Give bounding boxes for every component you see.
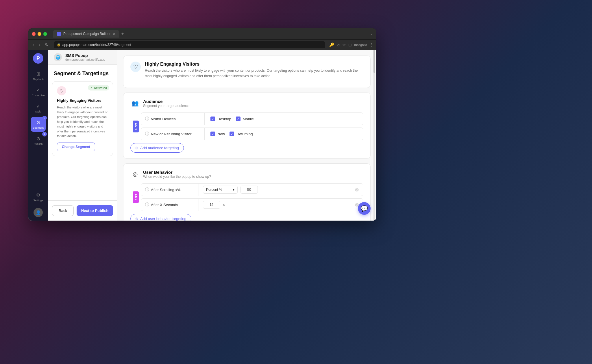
- remove-scroll-button[interactable]: ⊗: [351, 186, 363, 193]
- new-visitor-option[interactable]: ✓ New: [210, 132, 225, 136]
- browser-titlebar: Popupsmart Campaign Builder ✕ + ⌄: [28, 28, 376, 39]
- visitor-type-row: ⓘ New or Returning Visitor ✓ New: [141, 128, 363, 140]
- style-check-icon: ✓: [36, 104, 40, 109]
- sidebar-item-customize[interactable]: ✓ Customize: [31, 84, 46, 99]
- info-icon-scroll: ⓘ: [145, 187, 149, 192]
- url-display: app.popupsmart.com/builder/32749/segment: [62, 43, 131, 47]
- change-segment-button[interactable]: Change Segment: [57, 143, 95, 151]
- sidebar-item-publish[interactable]: ⊙ Publish 4: [31, 133, 46, 148]
- traffic-lights: [32, 32, 47, 36]
- info-card-content: Highly Engaging Visitors Reach the visit…: [145, 62, 363, 79]
- seconds-unit: s: [223, 203, 225, 207]
- minimize-button[interactable]: [38, 32, 41, 36]
- panel-actions: Back Next to Publish: [48, 200, 117, 221]
- any-label-column: ANY: [130, 183, 141, 211]
- password-icon: 🔑: [329, 43, 334, 47]
- chat-fab-button[interactable]: 💬: [358, 202, 371, 215]
- desktop-checkbox[interactable]: ✓: [210, 117, 215, 121]
- check-circle-icon: ✓: [90, 86, 93, 90]
- sidebar-item-settings[interactable]: ⚙ Settings: [31, 189, 46, 204]
- fullscreen-button[interactable]: [43, 32, 47, 36]
- plus-circle-icon-behavior: ⊕: [135, 217, 138, 221]
- grid-icon: ⊞: [36, 71, 40, 77]
- segment-card-title: Highly Engaging Visitors: [57, 98, 108, 103]
- visitor-devices-options: ✓ Desktop ✓ Mobile: [205, 113, 363, 125]
- tab-close-button[interactable]: ✕: [113, 32, 115, 36]
- reader-icon: ⊡: [348, 43, 352, 47]
- scrolling-value: Percent % ▾: [199, 186, 351, 194]
- info-card-header: ♡ Highly Engaging Visitors Reach the vis…: [130, 62, 363, 79]
- behavior-icon: ◎: [130, 169, 140, 179]
- panel-title: Segment & Targetings: [48, 65, 117, 81]
- reload-button[interactable]: ↻: [44, 41, 50, 48]
- mobile-option[interactable]: ✓ Mobile: [236, 117, 254, 121]
- sidebar-item-segment[interactable]: ⊙ Segment 3: [31, 117, 46, 132]
- audience-section-header: 👥 Audience Segment your target audience: [130, 99, 363, 108]
- back-button[interactable]: Back: [52, 205, 74, 216]
- close-button[interactable]: [32, 32, 36, 36]
- info-icon-devices: ⓘ: [145, 116, 149, 121]
- behavior-section-header: ◎ User Behavior When would you like the …: [130, 169, 363, 179]
- main-area: 🌐 SMS Popup demopopupsmart.netlify.app S…: [48, 50, 376, 221]
- step-badge-publish: 4: [42, 132, 47, 136]
- desktop-option[interactable]: ✓ Desktop: [210, 117, 231, 121]
- segment-card-desc: Reach the visitors who are most likely t…: [57, 105, 108, 138]
- returning-visitor-option[interactable]: ✓ Returning: [230, 132, 253, 136]
- returning-visitor-checkbox[interactable]: ✓: [230, 132, 234, 136]
- chat-icon: 💬: [361, 205, 368, 212]
- audience-rows: AND ⓘ Visitor Devices: [130, 112, 363, 140]
- site-info: SMS Popup demopopupsmart.netlify.app: [65, 53, 105, 61]
- mobile-checkbox[interactable]: ✓: [236, 117, 240, 121]
- seconds-value: s: [199, 201, 351, 209]
- behavior-rows-col: ⓘ After Scrolling x% Percent % ▾: [141, 183, 363, 211]
- percent-dropdown[interactable]: Percent % ▾: [203, 186, 238, 194]
- browser-tab[interactable]: Popupsmart Campaign Builder ✕: [53, 30, 119, 38]
- sidebar-label-playbook: Playbook: [32, 77, 44, 81]
- visitor-devices-row: ⓘ Visitor Devices ✓ Desktop ✓: [141, 112, 363, 125]
- visitor-devices-label: ⓘ Visitor Devices: [141, 113, 205, 125]
- sidebar-item-style[interactable]: ✓ Style: [31, 101, 46, 116]
- right-panel: ♡ Highly Engaging Visitors Reach the vis…: [117, 50, 376, 221]
- sidebar-label-settings: Settings: [33, 199, 43, 202]
- sidebar-item-playbook[interactable]: ⊞ Playbook: [31, 68, 46, 83]
- site-topbar: 🌐 SMS Popup demopopupsmart.netlify.app: [48, 50, 117, 65]
- app-logo[interactable]: P: [33, 53, 43, 64]
- scrollbar-track[interactable]: [373, 50, 375, 221]
- info-icon-seconds: ⓘ: [145, 202, 149, 207]
- site-globe-icon: 🌐: [54, 53, 62, 61]
- next-to-publish-button[interactable]: Next to Publish: [77, 205, 113, 216]
- toolbar-actions: 🔑 ⊘ ☆ ⊡ Incognito ⋮: [329, 43, 373, 47]
- audience-rows-col: ⓘ Visitor Devices ✓ Desktop ✓: [141, 112, 363, 140]
- add-behavior-targeting-button[interactable]: ⊕ Add user behavior targeting: [130, 214, 191, 221]
- extension-icon: ⊘: [336, 43, 340, 47]
- behavior-rows: ANY ⓘ After Scrolling x%: [130, 183, 363, 211]
- app-content: P ⊞ Playbook ✓ Customize ✓ Style ⊙ Segme…: [28, 50, 376, 221]
- chevron-down-icon: ▾: [233, 188, 234, 192]
- step-badge-segment: 3: [42, 116, 47, 120]
- browser-window: Popupsmart Campaign Builder ✕ + ⌄ ‹ › ↻ …: [28, 28, 376, 221]
- audience-subtitle: Segment your target audience: [143, 104, 190, 108]
- scrolling-label: ⓘ After Scrolling x%: [141, 184, 199, 196]
- back-nav-button[interactable]: ‹: [31, 42, 35, 48]
- check-icon: ✓: [36, 87, 40, 93]
- forward-nav-button[interactable]: ›: [37, 42, 41, 48]
- new-tab-button[interactable]: +: [121, 31, 124, 36]
- tab-title: Popupsmart Campaign Builder: [63, 32, 110, 36]
- scrollbar-thumb[interactable]: [373, 50, 375, 73]
- info-card-desc: Reach the visitors who are most likely t…: [145, 68, 363, 79]
- and-pill: AND: [133, 121, 139, 132]
- menu-icon[interactable]: ⋮: [369, 43, 373, 47]
- scroll-value-input[interactable]: [240, 186, 258, 194]
- add-audience-targeting-button[interactable]: ⊕ Add audience targeting: [130, 143, 184, 153]
- bookmark-icon: ☆: [342, 43, 346, 47]
- new-visitor-checkbox[interactable]: ✓: [210, 132, 215, 136]
- lock-icon: 🔒: [57, 43, 61, 47]
- profile-icon: Incognito: [354, 43, 367, 47]
- gear-icon: ⚙: [36, 192, 40, 198]
- site-name: SMS Popup: [65, 53, 105, 58]
- address-bar[interactable]: 🔒 app.popupsmart.com/builder/32749/segme…: [54, 41, 325, 48]
- user-avatar[interactable]: 👤: [34, 208, 43, 217]
- seconds-value-input[interactable]: [203, 201, 220, 209]
- segment-icon: ⊙: [36, 120, 40, 125]
- info-card-icon: ♡: [130, 62, 141, 72]
